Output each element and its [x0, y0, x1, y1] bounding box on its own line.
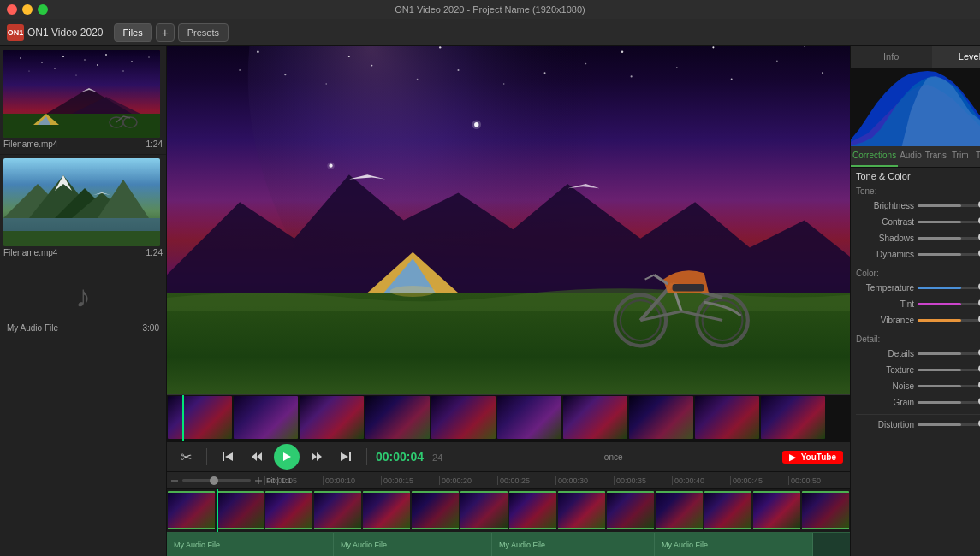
loop-label: once	[604, 452, 623, 462]
traffic-lights	[7, 4, 48, 15]
svg-point-38	[348, 56, 350, 57]
maximize-button[interactable]	[38, 4, 48, 15]
youtube-button[interactable]: ▶ YouTube	[782, 451, 843, 464]
play-button[interactable]	[274, 444, 300, 470]
filmstrip-frame	[629, 396, 693, 439]
youtube-icon: ▶	[789, 452, 796, 462]
svg-point-52	[371, 65, 372, 67]
ruler-mark: 00:00:45	[730, 476, 788, 485]
svg-point-10	[75, 74, 76, 75]
brightness-slider[interactable]	[918, 204, 980, 207]
scissors-button[interactable]: ✂	[174, 445, 198, 469]
close-button[interactable]	[7, 4, 17, 15]
grain-slider[interactable]	[918, 401, 980, 404]
tone-section-label: Tone:	[856, 181, 980, 198]
media-item-1[interactable]: Filename.mp4 1:24	[0, 46, 166, 155]
svg-rect-94	[258, 477, 259, 484]
trans-tab[interactable]: Trans	[924, 146, 948, 167]
presets-button[interactable]: Presets	[178, 23, 229, 42]
audio-segment-2: My Audio File	[334, 533, 492, 556]
noise-row: Noise 70	[856, 379, 980, 393]
contrast-slider[interactable]	[918, 221, 980, 223]
audio-item[interactable]: ♪ My Audio File 3:00	[0, 263, 166, 340]
filmstrip-frame	[365, 396, 430, 439]
vibrance-label: Vibrance	[856, 316, 914, 325]
distortion-slider[interactable]	[918, 423, 980, 426]
dynamics-slider[interactable]	[918, 253, 980, 256]
svg-point-46	[712, 46, 714, 48]
track-frame	[704, 491, 751, 529]
track-frame	[802, 491, 849, 529]
audio-segment-label-3: My Audio File	[499, 541, 545, 549]
track-frame	[168, 491, 215, 529]
panel-scroll[interactable]: Tone & Color Tone: Brightness 70 Contras…	[851, 168, 980, 556]
thumbnail-2	[3, 158, 160, 246]
filmstrip-playhead	[182, 395, 184, 441]
title-bar: ON1 Video 2020 - Project Name (1920x1080…	[0, 0, 980, 19]
track-frames	[167, 489, 850, 532]
temperature-slider[interactable]	[918, 287, 980, 289]
right-panel: Info Levels Corrections Audio Trans Trim	[850, 46, 980, 556]
tone-color-header: Tone & Color	[856, 171, 980, 181]
media-item-2[interactable]: Filename.mp4 1:24	[0, 155, 166, 263]
fast-forward-button[interactable]	[305, 445, 329, 469]
right-tabs-top: Info Levels	[851, 46, 980, 69]
details-slider[interactable]	[918, 352, 980, 355]
info-tab[interactable]: Info	[851, 46, 932, 68]
add-file-button[interactable]: +	[156, 23, 175, 42]
svg-point-7	[148, 56, 149, 57]
media-name-2: Filename.mp4	[3, 248, 57, 257]
noise-slider[interactable]	[918, 385, 980, 387]
filmstrip	[167, 394, 850, 441]
temperature-row: Temperature 70	[856, 281, 980, 294]
ruler-mark: 00:00:30	[555, 476, 614, 485]
levels-tab[interactable]: Levels	[932, 46, 981, 68]
track-frame	[753, 491, 800, 529]
skip-start-button[interactable]	[216, 445, 240, 469]
vibrance-slider[interactable]	[918, 319, 980, 322]
skip-end-button[interactable]	[334, 445, 358, 469]
color-section-label: Color:	[856, 263, 980, 281]
audio-tab[interactable]: Audio	[898, 146, 924, 167]
zoom-slider[interactable]	[182, 479, 251, 482]
audio-duration: 3:00	[143, 323, 159, 333]
svg-rect-83	[223, 452, 224, 461]
svg-marker-90	[341, 452, 348, 461]
corrections-tab[interactable]: Corrections	[851, 146, 898, 167]
track-frame	[363, 491, 410, 529]
svg-rect-16	[3, 114, 160, 138]
grain-label: Grain	[856, 398, 914, 407]
svg-point-56	[544, 72, 546, 74]
text-tab[interactable]: Text	[971, 146, 980, 167]
svg-point-2	[41, 62, 43, 63]
dynamics-row: Dynamics 70	[856, 247, 980, 261]
svg-point-53	[417, 79, 419, 80]
svg-point-59	[676, 67, 677, 68]
tone-color-label: Tone & Color	[856, 171, 911, 181]
audio-track: My Audio File My Audio File My Audio Fil…	[167, 532, 850, 556]
files-button[interactable]: Files	[114, 23, 152, 42]
tint-slider[interactable]	[918, 303, 980, 305]
audio-name: My Audio File	[7, 323, 58, 333]
svg-point-55	[503, 83, 504, 84]
audio-info: My Audio File 3:00	[3, 323, 163, 333]
dynamics-fill	[918, 253, 961, 256]
video-preview	[167, 46, 850, 394]
timeline-video-track[interactable]	[167, 489, 850, 532]
trim-tab[interactable]: Trim	[948, 146, 972, 167]
main-layout: Filename.mp4 1:24	[0, 46, 980, 556]
filmstrip-frame	[168, 396, 232, 439]
svg-point-6	[131, 61, 133, 62]
brightness-fill	[918, 204, 961, 207]
time-display: 00:00:04	[376, 450, 424, 464]
minimize-button[interactable]	[22, 4, 33, 15]
texture-slider[interactable]	[918, 369, 980, 371]
timeline-area: Fit | 1:1 00:00:05 00:00:10 00:00:15 00:…	[167, 472, 850, 556]
ruler-mark: 00:00:20	[439, 476, 497, 485]
rewind-button[interactable]	[245, 445, 269, 469]
shadows-slider[interactable]	[918, 237, 980, 240]
svg-marker-86	[257, 452, 262, 461]
zoom-out-icon	[170, 476, 179, 485]
track-frame	[656, 491, 703, 529]
brightness-row: Brightness 70	[856, 198, 980, 212]
